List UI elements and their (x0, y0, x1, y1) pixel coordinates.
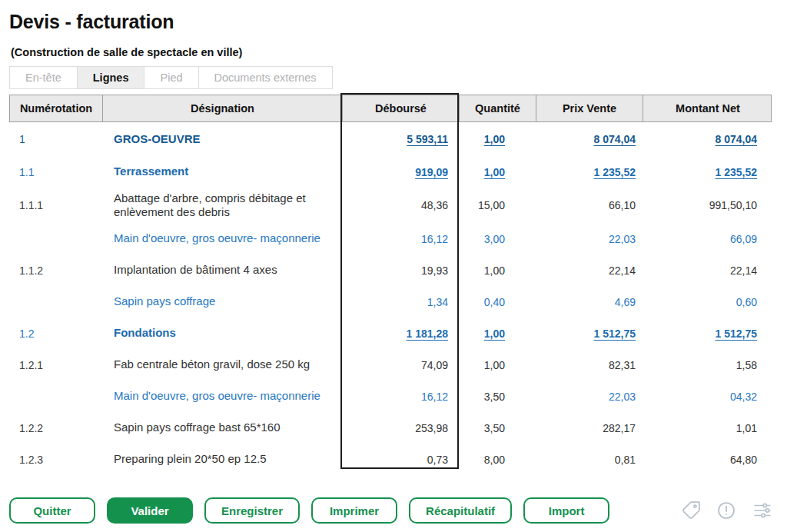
table-row[interactable]: 1.1Terrassement919,091,001 235,521 235,5… (9, 156, 772, 188)
montant-net-cell[interactable]: 1,58 (643, 359, 772, 371)
designation-cell[interactable]: Preparing plein 20*50 ep 12.5 (102, 452, 342, 466)
prix-vente-cell[interactable]: 66,10 (536, 199, 643, 211)
debourse-cell[interactable]: 253,98 (342, 422, 459, 434)
prix-vente-cell[interactable]: 1 235,52 (536, 166, 643, 178)
designation-cell[interactable]: GROS-OEUVRE (102, 132, 342, 146)
column-header-montant-net[interactable]: Montant Net (643, 95, 772, 121)
quantite-cell[interactable]: 1,00 (459, 264, 536, 277)
prix-vente-cell[interactable]: 82,31 (536, 359, 643, 371)
numbering-cell: 1.1.2 (9, 264, 102, 277)
montant-net-cell[interactable]: 64,80 (643, 454, 772, 466)
valider-button[interactable]: Valider (107, 497, 193, 524)
debourse-cell[interactable]: 1 181,28 (342, 328, 459, 340)
alert-circle-icon[interactable] (716, 500, 736, 520)
prix-vente-cell[interactable]: 8 074,04 (536, 133, 643, 145)
designation-cell[interactable]: Implantation de bâtiment 4 axes (102, 263, 342, 277)
quantite-cell[interactable]: 3,50 (459, 422, 536, 434)
designation-cell[interactable]: Fondations (102, 326, 342, 340)
designation-cell[interactable]: Main d'oeuvre, gros oeuvre- maçonnerie (102, 389, 342, 403)
page-subtitle: (Construction de salle de spectacle en v… (11, 46, 787, 58)
montant-net-cell[interactable]: 66,09 (643, 233, 772, 245)
quantite-cell[interactable]: 15,00 (459, 199, 536, 211)
debourse-cell[interactable]: 19,93 (342, 264, 459, 277)
table-row[interactable]: Sapin pays coffrage1,340,404,690,60 (9, 286, 772, 318)
designation-cell[interactable]: Sapin pays coffrage (102, 294, 342, 308)
debourse-cell[interactable]: 74,09 (342, 359, 459, 371)
prix-vente-cell[interactable]: 22,03 (536, 391, 643, 403)
debourse-cell[interactable]: 48,36 (342, 199, 459, 211)
tab-documents-externes[interactable]: Documents externes (198, 66, 333, 89)
designation-cell[interactable]: Sapin pays coffrage bast 65*160 (102, 421, 342, 434)
column-header-debourse[interactable]: Déboursé (343, 95, 460, 121)
table-row[interactable]: 1.2.2Sapin pays coffrage bast 65*160253,… (9, 412, 772, 444)
debourse-cell[interactable]: 5 593,11 (342, 133, 459, 145)
montant-net-cell[interactable]: 1,01 (643, 422, 772, 434)
column-header-prix-vente[interactable]: Prix Vente (536, 95, 643, 121)
quantite-cell[interactable]: 1,00 (459, 328, 536, 340)
quitter-button[interactable]: Quitter (9, 497, 95, 524)
page-title: Devis - facturation (9, 11, 787, 33)
footer-icons (681, 500, 773, 520)
montant-net-cell[interactable]: 8 074,04 (643, 133, 772, 145)
prix-vente-cell[interactable]: 282,17 (536, 422, 643, 434)
enregistrer-button[interactable]: Enregistrer (204, 497, 300, 524)
column-header-quantite[interactable]: Quantité (460, 95, 536, 121)
tab-bar: En-têteLignesPiedDocuments externes (9, 66, 787, 89)
prix-vente-cell[interactable]: 22,03 (536, 233, 643, 245)
footer-bar: QuitterValiderEnregistrerImprimerRécapit… (9, 497, 778, 524)
numbering-cell: 1.2.3 (9, 454, 102, 466)
numbering-cell: 1 (9, 133, 102, 145)
table-row[interactable]: 1.1.1Abattage d'arbre, compris débitage … (9, 188, 772, 223)
numbering-cell: 1.2.2 (9, 422, 102, 434)
imprimer-button[interactable]: Imprimer (311, 497, 397, 524)
debourse-cell[interactable]: 0,73 (342, 454, 459, 466)
numbering-cell: 1.2.1 (9, 359, 102, 371)
montant-net-cell[interactable]: 22,14 (643, 264, 772, 277)
recapitulatif-button[interactable]: Récapitulatif (409, 497, 512, 524)
montant-net-cell[interactable]: 0,60 (643, 296, 772, 308)
designation-cell[interactable]: Abattage d'arbre, compris débitage et en… (102, 191, 342, 220)
column-header-designation[interactable]: Désignation (103, 95, 343, 121)
designation-cell[interactable]: Main d'oeuvre, gros oeuvre- maçonnerie (102, 231, 342, 245)
table-row[interactable]: Main d'oeuvre, gros oeuvre- maçonnerie16… (9, 381, 772, 412)
montant-net-cell[interactable]: 1 235,52 (643, 166, 772, 178)
devis-facturation-window: Devis - facturation (Construction de sal… (0, 0, 787, 532)
prix-vente-cell[interactable]: 0,81 (536, 454, 643, 466)
table-row[interactable]: 1GROS-OEUVRE5 593,111,008 074,048 074,04 (9, 122, 772, 156)
prix-vente-cell[interactable]: 22,14 (536, 264, 643, 277)
tab-en-tete[interactable]: En-tête (9, 66, 78, 89)
prix-vente-cell[interactable]: 1 512,75 (536, 328, 643, 340)
quantite-cell[interactable]: 0,40 (459, 296, 536, 308)
montant-net-cell[interactable]: 991,50,10 (643, 199, 772, 211)
quantite-cell[interactable]: 3,00 (459, 233, 536, 245)
quantite-cell[interactable]: 1,00 (459, 166, 536, 178)
action-buttons: QuitterValiderEnregistrerImprimerRécapit… (9, 497, 609, 524)
debourse-cell[interactable]: 919,09 (342, 166, 459, 178)
quantite-cell[interactable]: 1,00 (459, 359, 536, 371)
designation-cell[interactable]: Fab centrale béton gravil, dose 250 kg (102, 357, 342, 371)
sliders-icon[interactable] (752, 500, 773, 520)
column-header-numerotation[interactable]: Numérotation (10, 95, 103, 121)
import-button[interactable]: Import (523, 497, 609, 524)
table-row[interactable]: 1.2.1Fab centrale béton gravil, dose 250… (9, 349, 772, 381)
table-row[interactable]: 1.2.3Preparing plein 20*50 ep 12.50,738,… (9, 444, 772, 475)
numbering-cell: 1.2 (9, 328, 102, 340)
debourse-cell[interactable]: 16,12 (342, 233, 459, 245)
prix-vente-cell[interactable]: 4,69 (536, 296, 643, 308)
quantite-cell[interactable]: 8,00 (459, 454, 536, 466)
table-body: 1GROS-OEUVRE5 593,111,008 074,048 074,04… (9, 122, 772, 475)
quantite-cell[interactable]: 3,50 (459, 391, 536, 403)
table-header: NumérotationDésignationDébourséQuantitéP… (9, 95, 772, 122)
tab-lignes[interactable]: Lignes (77, 66, 145, 89)
debourse-cell[interactable]: 16,12 (342, 391, 459, 403)
tag-icon[interactable] (681, 500, 701, 520)
debourse-cell[interactable]: 1,34 (342, 296, 459, 308)
table-row[interactable]: 1.1.2Implantation de bâtiment 4 axes19,9… (9, 254, 772, 286)
montant-net-cell[interactable]: 04,32 (643, 391, 772, 403)
tab-pied[interactable]: Pied (144, 66, 198, 89)
table-row[interactable]: Main d'oeuvre, gros oeuvre- maçonnerie16… (9, 223, 772, 254)
quantite-cell[interactable]: 1,00 (459, 133, 536, 145)
table-row[interactable]: 1.2Fondations1 181,281,001 512,751 512,7… (9, 318, 772, 349)
designation-cell[interactable]: Terrassement (102, 165, 342, 178)
montant-net-cell[interactable]: 1 512,75 (643, 328, 772, 340)
